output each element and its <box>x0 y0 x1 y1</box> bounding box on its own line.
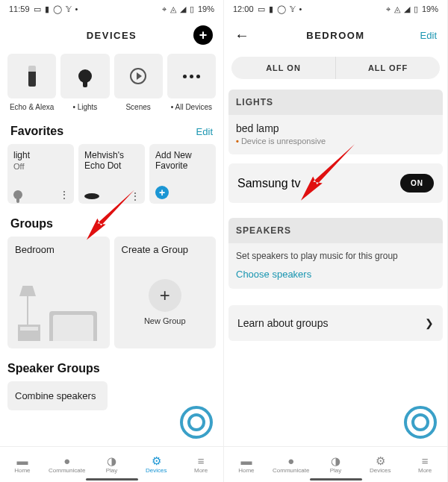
category-label: Echo & Alexa <box>7 103 56 111</box>
combine-speakers-card[interactable]: Combine speakers <box>7 381 108 410</box>
new-group-label: New Group <box>122 316 209 325</box>
devices-icon: ⚙ <box>152 455 161 466</box>
statusbar: 12:00 ▭ ▮ ◯ 𝕐 • ⌖ ◬ ◢ ▯ 19% <box>224 0 447 18</box>
favorite-label: Mehvish's Echo Dot <box>84 150 139 171</box>
learn-about-groups[interactable]: Learn about groups ❯ <box>228 305 443 341</box>
favorite-card-light[interactable]: light Off ⋮ <box>7 144 74 204</box>
nav-communicate[interactable]: ●Communicate <box>269 447 314 482</box>
play-icon: ◑ <box>107 455 116 466</box>
nav-indicator <box>86 478 138 481</box>
bulb-icon <box>78 69 92 83</box>
scene-icon <box>130 68 146 84</box>
favorites-edit-link[interactable]: Edit <box>196 126 213 137</box>
header: DEVICES + <box>0 18 223 52</box>
edit-link[interactable]: Edit <box>420 30 437 41</box>
twitter-icon: 𝕐 <box>66 4 72 14</box>
favorite-sub: Off <box>13 162 68 171</box>
signal-icon: ◢ <box>404 4 410 14</box>
plus-icon: + <box>155 186 169 199</box>
header: ← BEDROOM Edit <box>224 18 447 52</box>
clock: 11:59 <box>9 4 30 13</box>
category-scenes[interactable]: Scenes <box>114 54 163 111</box>
page-title: BEDROOM <box>306 30 364 41</box>
echo-icon <box>28 66 36 87</box>
nav-indicator <box>310 478 362 481</box>
groups-row: Bedroom Create a Group + New Group <box>7 237 216 348</box>
plus-icon: + <box>149 279 181 312</box>
light-item-bedlamp[interactable]: bed lamp Device is unresponsive <box>228 115 443 154</box>
device-item-samsung-tv[interactable]: Samsung tv ON <box>228 163 443 203</box>
speaker-groups-title: Speaker Groups <box>7 362 216 375</box>
battery-mini-icon: ▮ <box>45 4 49 14</box>
device-warning: Device is unresponsive <box>236 137 435 145</box>
dots-icon <box>183 75 200 78</box>
kebab-icon[interactable]: ⋮ <box>130 194 139 198</box>
play-icon: ◑ <box>331 455 340 466</box>
phone-left: 11:59 ▭ ▮ ◯ 𝕐 • ⌖ ◬ ◢ ▯ 19% DEVICES + Ec… <box>0 0 224 482</box>
devices-icon: ⚙ <box>376 455 385 466</box>
favorite-label: Add New Favorite <box>155 150 210 171</box>
nav-home[interactable]: ▬Home <box>0 447 45 482</box>
chevron-right-icon: ❯ <box>425 317 434 329</box>
location-icon: ⌖ <box>162 4 167 14</box>
group-label: Bedroom <box>15 244 102 255</box>
all-toggle-row: ALL ON ALL OFF <box>231 57 440 79</box>
power-toggle[interactable]: ON <box>400 174 434 193</box>
favorites-row: light Off ⋮ Mehvish's Echo Dot ⋮ Add New… <box>7 144 216 204</box>
location-icon: ⌖ <box>386 4 391 14</box>
back-button[interactable]: ← <box>234 27 249 44</box>
battery-mini-icon: ▮ <box>269 4 273 14</box>
favorite-card-add[interactable]: Add New Favorite + <box>149 144 216 204</box>
category-echo[interactable]: Echo & Alexa <box>7 54 56 111</box>
combine-label: Combine speakers <box>15 390 96 401</box>
device-name: Samsung tv <box>237 177 300 190</box>
category-all[interactable]: • All Devices <box>167 54 216 111</box>
chat-icon: ● <box>287 455 294 466</box>
clock: 12:00 <box>233 4 254 13</box>
category-label: • Lights <box>60 103 109 111</box>
category-row: Echo & Alexa • Lights Scenes • All Devic… <box>7 54 216 111</box>
all-off-button[interactable]: ALL OFF <box>336 57 440 79</box>
battery-pct: 19% <box>422 4 438 13</box>
choose-speakers-link[interactable]: Choose speakers <box>236 269 435 280</box>
bottom-nav: ▬Home ●Communicate ◑Play ⚙Devices ≡More <box>0 446 223 482</box>
nav-more[interactable]: ≡More <box>402 447 447 482</box>
device-name: bed lamp <box>236 122 435 134</box>
alexa-fab[interactable] <box>404 406 437 439</box>
dot-icon: • <box>75 4 78 13</box>
nav-more[interactable]: ≡More <box>178 447 223 482</box>
add-device-button[interactable]: + <box>193 25 213 45</box>
battery-pct: 19% <box>198 4 214 13</box>
kebab-icon[interactable]: ⋮ <box>59 193 68 197</box>
category-lights[interactable]: • Lights <box>60 54 109 111</box>
favorite-card-echo[interactable]: Mehvish's Echo Dot ⋮ <box>78 144 145 204</box>
bottom-nav: ▬Home ●Communicate ◑Play ⚙Devices ≡More <box>224 446 447 482</box>
more-icon: ≡ <box>422 455 429 466</box>
group-label: Create a Group <box>122 244 209 255</box>
group-card-create[interactable]: Create a Group + New Group <box>114 237 217 348</box>
calendar-icon: ▭ <box>258 4 265 14</box>
nav-play[interactable]: ◑Play <box>90 447 134 482</box>
groups-title: Groups <box>10 217 53 231</box>
signal-icon: ◢ <box>180 4 186 14</box>
lights-section: LIGHTS bed lamp Device is unresponsive <box>228 90 443 154</box>
statusbar: 11:59 ▭ ▮ ◯ 𝕐 • ⌖ ◬ ◢ ▯ 19% <box>0 0 223 18</box>
wifi-icon: ◬ <box>394 4 400 14</box>
home-icon: ▬ <box>240 455 252 466</box>
category-label: • All Devices <box>167 103 216 111</box>
phone-right: 12:00 ▭ ▮ ◯ 𝕐 • ⌖ ◬ ◢ ▯ 19% ← BEDROOM Ed… <box>224 0 448 482</box>
all-on-button[interactable]: ALL ON <box>231 57 336 79</box>
alexa-fab[interactable] <box>180 406 213 439</box>
nav-play[interactable]: ◑Play <box>314 447 358 482</box>
favorites-title: Favorites <box>10 125 63 138</box>
more-icon: ≡ <box>198 455 205 466</box>
speakers-text: Set speakers to play music for this grou… <box>236 251 435 261</box>
nav-devices[interactable]: ⚙Devices <box>358 447 402 482</box>
nav-home[interactable]: ▬Home <box>224 447 269 482</box>
nav-devices[interactable]: ⚙Devices <box>134 447 178 482</box>
nav-communicate[interactable]: ●Communicate <box>45 447 90 482</box>
group-card-bedroom[interactable]: Bedroom <box>7 237 110 348</box>
wifi-icon: ◬ <box>170 4 176 14</box>
circle-icon: ◯ <box>277 4 286 14</box>
chat-icon: ● <box>63 455 70 466</box>
